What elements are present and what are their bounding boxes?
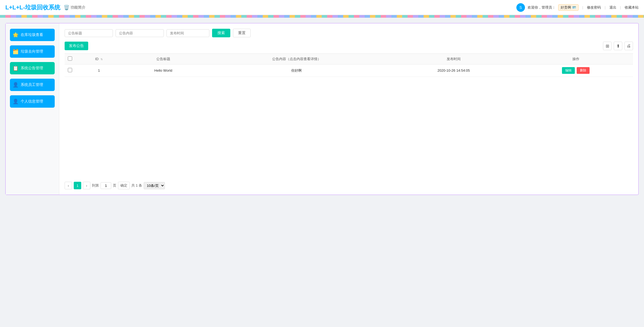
divider-3: | <box>620 5 621 9</box>
prev-page-button[interactable]: ‹ <box>65 182 72 189</box>
sidebar-item-notice-manage[interactable]: 📋 系统公告管理 <box>10 62 55 74</box>
header-intro: 🗑️ 功能简介 <box>64 5 86 10</box>
stripe-bar <box>0 15 644 18</box>
content-area: 搜索 重置 发布公告 ⊞ ⬆ 🖨 <box>59 23 638 195</box>
header: L+L+L-垃圾回收系统 🗑️ 功能简介 S 欢迎你，管理员： 好贵啊 🪪 | … <box>0 0 644 15</box>
user-icon: 🪪 <box>572 6 576 9</box>
search-button[interactable]: 搜索 <box>212 29 230 37</box>
welcome-text: 欢迎你，管理员： <box>528 5 556 10</box>
row-title: Hello World <box>123 64 204 77</box>
search-time-input[interactable] <box>166 29 209 37</box>
next-page-button[interactable]: › <box>83 182 90 189</box>
logo: L+L+L-垃圾回收系统 <box>5 3 60 12</box>
edit-button[interactable]: 编辑 <box>562 67 575 74</box>
sidebar-item-trash-manage[interactable]: 🗂️ 垃圾去向管理 <box>10 45 55 58</box>
username: 好贵啊 <box>561 5 571 10</box>
intro-icon: 🗑️ <box>64 5 69 10</box>
row-id: 1 <box>75 64 123 77</box>
row-content[interactable]: 你好啊 <box>204 64 389 77</box>
notice-manage-icon: 📋 <box>13 65 18 71</box>
pagination: ‹ 1 › 到第 页 确定 共 1 条 10条/页 20条/页 50条/页 <box>65 176 633 189</box>
username-badge: 好贵啊 🪪 <box>558 4 579 11</box>
prev-icon: ‹ <box>68 184 69 188</box>
toolbar-icons: ⊞ ⬆ 🖨 <box>603 42 633 50</box>
divider-2: | <box>605 5 605 9</box>
col-checkbox <box>65 54 75 64</box>
row-time: 2020-10-26 14:54:05 <box>389 64 519 77</box>
next-icon: › <box>86 184 87 188</box>
col-action: 操作 <box>519 54 633 64</box>
page-label: 页 <box>113 183 116 188</box>
export-button[interactable]: ⬆ <box>614 42 622 50</box>
sidebar-item-label: 系统公告管理 <box>21 66 43 71</box>
sidebar-item-employee-manage[interactable]: 👤 系统员工管理 <box>10 79 55 91</box>
main-container: 🌟 在库垃圾查看 🗂️ 垃圾去向管理 📋 系统公告管理 👤 系统员工管理 👤 个… <box>0 18 644 200</box>
trash-view-icon: 🌟 <box>13 32 18 38</box>
divider-1: | <box>582 5 583 9</box>
toolbar-row: 发布公告 ⊞ ⬆ 🖨 <box>65 42 633 50</box>
grid-view-button[interactable]: ⊞ <box>603 42 612 50</box>
header-right: S 欢迎你，管理员： 好贵啊 🪪 | 修改密码 | 退出 | 收藏本站 <box>516 3 639 12</box>
select-all-checkbox[interactable] <box>68 56 72 61</box>
personal-info-icon: 👤 <box>13 99 18 104</box>
avatar: S <box>516 3 525 12</box>
print-icon: 🖨 <box>627 43 631 48</box>
print-button[interactable]: 🖨 <box>624 42 633 50</box>
col-time: 发布时间 <box>389 54 519 64</box>
page-size-select[interactable]: 10条/页 20条/页 50条/页 <box>144 182 165 189</box>
grid-icon: ⊞ <box>606 43 609 49</box>
sort-icon: ⇅ <box>101 58 103 61</box>
sidebar: 🌟 在库垃圾查看 🗂️ 垃圾去向管理 📋 系统公告管理 👤 系统员工管理 👤 个… <box>6 23 59 195</box>
sidebar-item-label: 个人信息管理 <box>21 99 43 104</box>
sidebar-item-label: 垃圾去向管理 <box>21 49 43 54</box>
table-header-row: ID ⇅ 公告标题 公告内容（点击内容查看详情） 发布时间 操作 <box>65 54 633 64</box>
table-row: 1 Hello World 你好啊 2020-10-26 14:54:05 编辑… <box>65 64 633 77</box>
employee-manage-icon: 👤 <box>13 82 18 88</box>
change-password-link[interactable]: 修改密码 <box>587 5 601 10</box>
intro-text[interactable]: 功能简介 <box>71 5 86 10</box>
logout-link[interactable]: 退出 <box>609 5 616 10</box>
search-bar: 搜索 重置 <box>65 29 633 37</box>
sidebar-item-label: 系统员工管理 <box>21 82 43 87</box>
sidebar-item-personal-info[interactable]: 👤 个人信息管理 <box>10 95 55 108</box>
data-table: ID ⇅ 公告标题 公告内容（点击内容查看详情） 发布时间 操作 1 Hello <box>65 53 633 77</box>
sidebar-item-label: 在库垃圾查看 <box>21 32 43 37</box>
row-checkbox[interactable] <box>68 68 72 72</box>
goto-confirm-button[interactable]: 确定 <box>118 182 130 189</box>
row-checkbox-cell <box>65 64 75 77</box>
col-id: ID ⇅ <box>75 54 123 64</box>
search-title-input[interactable] <box>65 29 113 37</box>
publish-button[interactable]: 发布公告 <box>65 42 88 50</box>
trash-manage-icon: 🗂️ <box>13 49 18 54</box>
total-text: 共 1 条 <box>131 183 142 188</box>
row-actions: 编辑 删除 <box>519 64 633 77</box>
page-1-button[interactable]: 1 <box>74 182 81 189</box>
col-title: 公告标题 <box>123 54 204 64</box>
goto-label: 到第 <box>92 183 99 188</box>
bookmark-link[interactable]: 收藏本站 <box>625 5 639 10</box>
search-content-input[interactable] <box>116 29 164 37</box>
export-icon: ⬆ <box>616 43 620 49</box>
content-box: 🌟 在库垃圾查看 🗂️ 垃圾去向管理 📋 系统公告管理 👤 系统员工管理 👤 个… <box>5 23 639 195</box>
sidebar-item-trash-view[interactable]: 🌟 在库垃圾查看 <box>10 29 55 41</box>
delete-button[interactable]: 删除 <box>577 67 590 74</box>
reset-button[interactable]: 重置 <box>233 29 251 37</box>
goto-page-input[interactable] <box>101 182 111 189</box>
col-content: 公告内容（点击内容查看详情） <box>204 54 389 64</box>
